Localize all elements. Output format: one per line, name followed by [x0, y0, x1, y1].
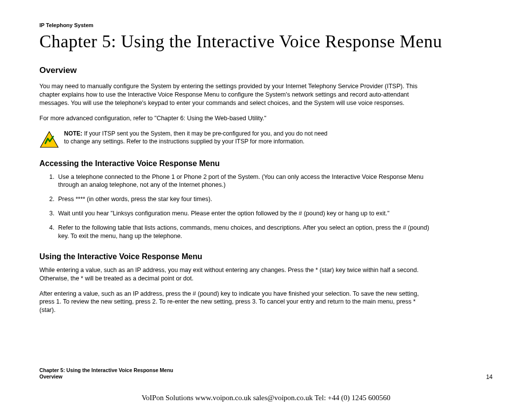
using-paragraph-2: After entering a value, such as an IP ad… [39, 290, 424, 315]
footer-left: Chapter 5: Using the Interactive Voice R… [39, 367, 173, 380]
footer: Chapter 5: Using the Interactive Voice R… [39, 367, 493, 380]
list-item: Use a telephone connected to the Phone 1… [56, 173, 440, 190]
accessing-heading: Accessing the Interactive Voice Response… [39, 159, 493, 168]
footer-section: Overview [39, 374, 173, 380]
list-item: Press **** (in other words, press the st… [56, 195, 440, 204]
footer-chapter: Chapter 5: Using the Interactive Voice R… [39, 367, 173, 374]
note-label: NOTE: [64, 130, 82, 137]
note-box: NOTE: If your ITSP sent you the System, … [39, 130, 330, 147]
chapter-title: Chapter 5: Using the Interactive Voice R… [39, 31, 493, 52]
overview-paragraph-2: For more advanced configuration, refer t… [39, 114, 424, 123]
document-page: IP Telephony System Chapter 5: Using the… [0, 0, 532, 314]
list-item: Refer to the following table that lists … [56, 224, 440, 240]
using-heading: Using the Interactive Voice Response Men… [39, 252, 493, 261]
list-item: Wait until you hear "Linksys configurati… [56, 209, 440, 218]
contact-line: VoIPon Solutions www.voipon.co.uk sales@… [0, 394, 532, 402]
note-body: If your ITSP sent you the System, then i… [64, 130, 328, 145]
steps-list: Use a telephone connected to the Phone 1… [39, 173, 440, 240]
page-number: 14 [486, 374, 493, 380]
overview-heading: Overview [39, 66, 493, 75]
note-text: NOTE: If your ITSP sent you the System, … [64, 130, 330, 145]
header-label: IP Telephony System [39, 22, 493, 28]
using-paragraph-1: While entering a value, such as an IP ad… [39, 266, 424, 283]
warning-icon [39, 131, 59, 148]
overview-paragraph-1: You may need to manually configure the S… [39, 82, 424, 107]
